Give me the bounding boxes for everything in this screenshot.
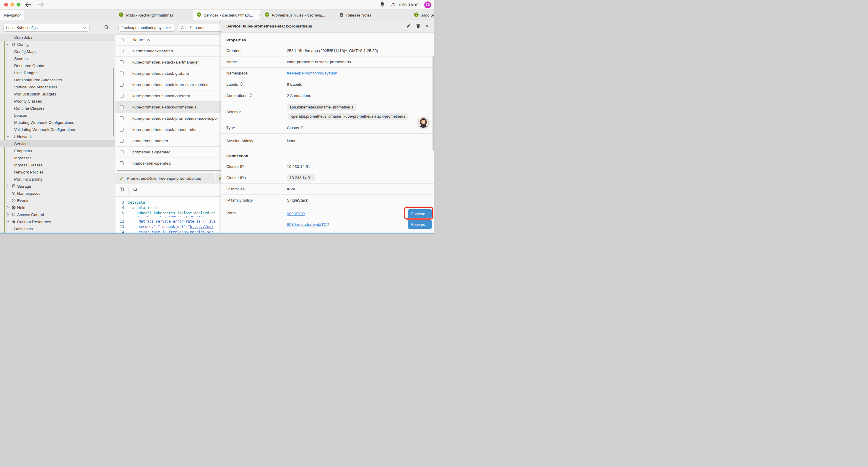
expander-updown-icon[interactable] <box>249 93 252 98</box>
row-checkbox[interactable] <box>120 49 123 53</box>
sidebar-item-services[interactable]: Services <box>0 140 115 147</box>
tab-pods-icecheng-mathmas[interactable]: Pods - icecheng@mathmas... <box>115 10 193 20</box>
kubeconfig-select[interactable]: Local Kubeconfigs <box>3 24 90 32</box>
detail-value: ClusterIP <box>287 126 434 130</box>
detail-value: 253d 16h 6m ago (2025年1月13日 GMT+8 1:25:3… <box>287 48 434 54</box>
window-controls[interactable] <box>4 3 20 6</box>
chevron-right-icon[interactable] <box>6 212 9 217</box>
sidebar-item-limit-ranges[interactable]: Limit Ranges <box>0 69 115 76</box>
sidebar-item-label: Validating Webhook Configurations <box>14 127 76 132</box>
sidebar-item-cron-jobs[interactable]: Cron Jobs <box>0 34 115 41</box>
match-case-toggle[interactable]: Aa <box>181 26 186 30</box>
zoom-window-button[interactable] <box>17 3 20 6</box>
tab-argo-se[interactable]: Argo Se <box>410 10 434 20</box>
port-link[interactable]: 8080:reloader-web/TCP <box>287 222 329 227</box>
detail-label: Created <box>226 49 241 53</box>
delete-trash-icon[interactable] <box>416 23 421 29</box>
sidebar-item-mutating-webhook-configurations[interactable]: Mutating Webhook Configurations <box>0 119 115 126</box>
upgrade-button[interactable]: UPGRADE <box>390 1 419 8</box>
port-link[interactable]: 9090/TCP <box>287 212 305 216</box>
sidebar-item-vertical-pod-autoscalers[interactable]: Vertical Pod Autoscalers <box>0 83 115 90</box>
sidebar-item-helm[interactable]: Helm <box>0 204 115 211</box>
avatar[interactable] <box>418 117 429 128</box>
minimize-window-button[interactable] <box>10 3 14 6</box>
code-text: second.","runbook_url":"https://net <box>139 224 214 229</box>
edit-pencil-icon[interactable] <box>406 23 411 29</box>
bell-icon[interactable] <box>380 1 385 8</box>
back-arrow-icon[interactable] <box>25 2 31 7</box>
row-checkbox[interactable] <box>120 105 123 109</box>
row-checkbox[interactable] <box>120 150 123 154</box>
sidebar-item-config[interactable]: Config <box>0 41 115 48</box>
sidebar-item-leases[interactable]: Leases <box>0 112 115 119</box>
sidebar-item-ingress-classes[interactable]: Ingress Classes <box>0 162 115 169</box>
editor-search-icon[interactable] <box>133 187 138 193</box>
chevron-right-icon[interactable] <box>6 184 9 188</box>
sidebar-item-port-forwarding[interactable]: Port Forwarding <box>0 176 115 183</box>
sidebar-item-horizontal-pod-autoscalers[interactable]: Horizontal Pod Autoscalers <box>0 76 115 83</box>
namespace-link[interactable]: freeleaps-monitoring-system <box>287 71 337 76</box>
sidebar-item-network[interactable]: Network <box>0 133 115 140</box>
sidebar-item-network-policies[interactable]: Network Policies <box>0 169 115 176</box>
sidebar-item-label: Access Control <box>17 212 44 217</box>
selector-chip: operator.prometheus.io/name=kube-prometh… <box>288 113 408 120</box>
window-bottom-accent <box>0 233 434 233</box>
services-search-input[interactable]: Aa .* prome <box>178 24 226 32</box>
sidebar-item-ingresses[interactable]: Ingresses <box>0 154 115 162</box>
row-checkbox[interactable] <box>120 162 123 165</box>
navigator-panel-tab[interactable]: Navigator <box>0 10 24 20</box>
editor-tab-prometheusrule[interactable]: PrometheusRule: freeleaps-prod-rabbitmq <box>116 173 215 183</box>
select-all-checkbox[interactable] <box>120 38 123 42</box>
detail-label: Type <box>226 126 235 130</box>
forward-button[interactable]: Forward... <box>408 220 432 229</box>
sidebar-item-validating-webhook-configurations[interactable]: Validating Webhook Configurations <box>0 126 115 133</box>
detail-scrollbar[interactable] <box>433 56 434 151</box>
sidebar-item-custom-resources[interactable]: Custom Resources <box>0 218 115 225</box>
close-window-button[interactable] <box>4 3 8 6</box>
name-column-header[interactable]: Name <box>132 37 150 42</box>
row-checkbox[interactable] <box>120 83 123 87</box>
runbook-url-link[interactable]: https://net <box>190 225 213 229</box>
sidebar-item-definitions[interactable]: Definitions <box>0 225 115 232</box>
forward-arrow-icon <box>38 2 44 7</box>
sidebar-item-priority-classes[interactable]: Priority Classes <box>0 97 115 105</box>
sidebar-item-access-control[interactable]: Access Control <box>0 211 115 218</box>
chevron-down-icon[interactable] <box>6 220 9 224</box>
detail-row-cluster-ips: Cluster IPs10.233.14.91 <box>221 172 434 183</box>
row-checkbox[interactable] <box>120 139 123 143</box>
tab-prometheus-rules-icecheng[interactable]: Prometheus Rules - icecheng... <box>261 10 336 20</box>
kubernetes-icon <box>119 12 124 18</box>
row-checkbox[interactable] <box>120 128 123 132</box>
search-icon[interactable] <box>104 25 109 31</box>
row-checkbox[interactable] <box>120 94 123 98</box>
detail-value: IPv4 <box>287 187 434 191</box>
chevron-right-icon[interactable] <box>6 205 9 210</box>
kubernetes-icon <box>414 12 419 18</box>
layers-icon <box>11 191 16 196</box>
sidebar-item-storage[interactable]: Storage <box>0 183 115 190</box>
chevron-down-icon[interactable] <box>6 42 9 47</box>
row-checkbox[interactable] <box>120 71 123 76</box>
sidebar-item-resource-quotas[interactable]: Resource Quotas <box>0 62 115 69</box>
expander-updown-icon[interactable] <box>240 82 243 87</box>
sidebar-scrollbar[interactable] <box>113 68 114 136</box>
notification-badge[interactable]: 15 <box>424 1 431 8</box>
tab-release-notes[interactable]: Release Notes <box>336 10 410 20</box>
row-checkbox[interactable] <box>120 116 123 120</box>
row-checkbox[interactable] <box>120 60 123 64</box>
sidebar-item-namespaces[interactable]: Namespaces <box>0 190 115 197</box>
service-detail-panel: Service: kube-prometheus-stack-prometheu… <box>221 21 434 233</box>
close-icon[interactable]: × <box>426 23 429 29</box>
sidebar-item-config-maps[interactable]: Config Maps <box>0 48 115 55</box>
close-tab-icon[interactable]: × <box>258 13 260 17</box>
regex-toggle[interactable]: .* <box>188 26 191 30</box>
sidebar-item-events[interactable]: Events <box>0 197 115 204</box>
chevron-down-icon[interactable] <box>6 135 9 139</box>
sidebar-item-runtime-classes[interactable]: Runtime Classes <box>0 105 115 112</box>
sidebar-item-secrets[interactable]: Secrets <box>0 55 115 62</box>
save-icon[interactable] <box>119 187 124 193</box>
namespace-select[interactable]: freeleaps-monitoring-system <box>119 24 175 32</box>
sidebar-item-endpoints[interactable]: Endpoints <box>0 147 115 154</box>
sidebar-item-pod-disruption-budgets[interactable]: Pod Disruption Budgets <box>0 90 115 97</box>
tab-services-icecheng-math[interactable]: Services - icecheng@math...× <box>193 10 261 20</box>
